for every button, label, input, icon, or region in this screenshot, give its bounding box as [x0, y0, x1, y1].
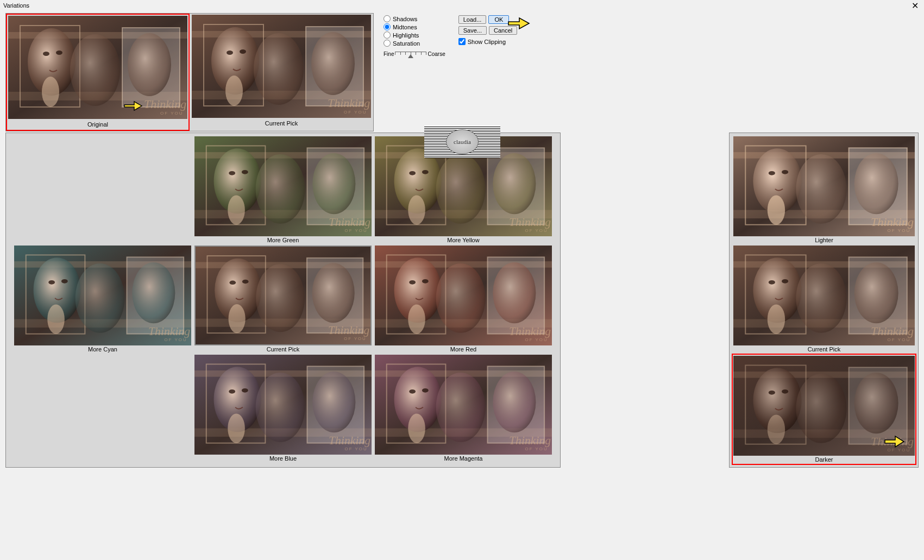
slider-handle[interactable]	[408, 54, 413, 58]
svg-point-33	[229, 171, 235, 175]
svg-point-61	[48, 280, 55, 285]
variation-more-green[interactable]: Thinking OF YOU More Green	[193, 135, 373, 244]
svg-point-104	[242, 388, 248, 393]
variation-current-pick[interactable]: Thinking OF YOU Current Pick	[193, 244, 373, 354]
tone-lighter[interactable]: Thinking OF YOU Lighter	[732, 136, 916, 244]
tone-darker[interactable]: Thinking OF YOU Darker	[732, 354, 916, 465]
original-preview[interactable]: Thinking OF YOU Original	[6, 14, 190, 131]
svg-point-8	[70, 34, 120, 106]
svg-point-63	[47, 304, 65, 334]
svg-point-118	[422, 388, 429, 393]
dialog-title: Variations	[3, 2, 29, 9]
svg-text:OF YOU: OF YOU	[887, 337, 910, 342]
svg-point-47	[409, 171, 416, 175]
radio-saturation[interactable]: Saturation	[384, 40, 445, 47]
svg-point-53	[493, 153, 536, 214]
svg-point-90	[422, 279, 429, 284]
svg-point-148	[796, 263, 846, 333]
svg-point-36	[256, 154, 305, 224]
svg-point-75	[229, 281, 236, 285]
svg-point-7	[42, 77, 59, 107]
svg-text:Thinking: Thinking	[871, 325, 914, 337]
svg-point-35	[228, 195, 245, 224]
svg-point-165	[854, 373, 898, 433]
svg-point-91	[408, 304, 425, 334]
original-label: Original	[7, 120, 188, 130]
svg-point-78	[256, 264, 305, 332]
radio-highlights[interactable]: Highlights	[384, 32, 445, 39]
svg-point-6	[56, 51, 62, 55]
variations-dialog: Variations ✕	[0, 0, 924, 560]
svg-point-22	[254, 33, 304, 105]
current-pick-preview[interactable]: Thinking OF YOU Current Pick	[190, 14, 373, 131]
svg-point-49	[408, 195, 425, 224]
svg-text:OF YOU: OF YOU	[160, 111, 184, 116]
svg-point-77	[228, 304, 245, 333]
current-pick-label: Current Pick	[190, 119, 373, 129]
svg-point-119	[408, 413, 425, 443]
variation-more-blue[interactable]: Thinking OF YOU More Blue	[193, 354, 373, 463]
svg-point-103	[229, 389, 235, 394]
show-clipping-checkbox[interactable]: Show Clipping	[458, 38, 520, 45]
svg-text:Thinking: Thinking	[329, 434, 371, 447]
brightness-column: Thinking OF YOU Lighter Thinking	[729, 133, 919, 468]
svg-point-151	[854, 262, 898, 323]
hand-pointer-icon	[122, 97, 144, 114]
svg-text:OF YOU: OF YOU	[887, 228, 910, 233]
svg-text:OF YOU: OF YOU	[344, 110, 367, 115]
svg-point-25	[311, 32, 355, 95]
fine-coarse-slider[interactable]: Fine Coarse	[384, 51, 445, 57]
svg-point-11	[128, 33, 171, 96]
hand-pointer-icon	[882, 432, 907, 450]
svg-text:Thinking: Thinking	[328, 96, 370, 110]
coarse-label: Coarse	[428, 51, 445, 57]
cancel-button[interactable]: Cancel	[489, 26, 517, 35]
svg-point-131	[769, 171, 775, 175]
titlebar: Variations ✕	[0, 0, 924, 11]
svg-point-19	[227, 51, 233, 55]
svg-point-50	[436, 154, 486, 224]
load-button[interactable]: Load...	[458, 15, 487, 24]
svg-point-162	[796, 374, 846, 443]
color-variation-grid: claudia Thinking OF Y	[5, 133, 561, 468]
svg-point-137	[854, 153, 898, 214]
close-icon[interactable]: ✕	[909, 1, 921, 11]
radio-midtones[interactable]: Midtones	[384, 23, 445, 30]
fine-label: Fine	[384, 51, 394, 57]
svg-point-120	[436, 373, 486, 442]
tone-range-radio-group: Shadows Midtones Highlights Saturation	[384, 15, 445, 47]
radio-shadows[interactable]: Shadows	[384, 15, 445, 22]
save-button[interactable]: Save...	[458, 26, 487, 35]
svg-point-64	[76, 263, 125, 333]
svg-point-105	[228, 413, 245, 443]
variation-more-red[interactable]: Thinking OF YOU More Red	[373, 244, 554, 354]
svg-point-117	[409, 389, 416, 394]
svg-point-21	[225, 75, 243, 106]
svg-point-146	[782, 279, 788, 284]
tone-current-pick[interactable]: Thinking OF YOU Current Pick	[732, 246, 916, 354]
show-clipping-label: Show Clipping	[468, 39, 506, 45]
variation-more-magenta[interactable]: Thinking OF YOU More Magenta	[373, 354, 554, 463]
svg-point-147	[768, 304, 785, 334]
svg-text:Thinking: Thinking	[144, 97, 186, 111]
svg-point-95	[493, 262, 536, 323]
svg-point-145	[769, 280, 775, 285]
svg-point-76	[242, 280, 249, 284]
watermark: claudia	[424, 125, 500, 158]
svg-text:OF YOU: OF YOU	[344, 337, 366, 342]
svg-point-20	[240, 49, 246, 54]
svg-point-92	[436, 263, 486, 333]
svg-point-67	[132, 262, 175, 323]
svg-point-161	[768, 414, 785, 444]
svg-point-109	[312, 372, 355, 432]
svg-text:Thinking: Thinking	[148, 325, 191, 338]
svg-text:OF YOU: OF YOU	[525, 337, 548, 342]
svg-text:OF YOU: OF YOU	[525, 446, 548, 451]
svg-text:Thinking: Thinking	[509, 216, 551, 229]
svg-point-123	[493, 372, 536, 432]
svg-point-62	[61, 279, 68, 284]
svg-text:Thinking: Thinking	[871, 216, 914, 228]
variation-more-cyan[interactable]: Thinking OF YOU More Cyan	[12, 244, 193, 354]
svg-text:OF YOU: OF YOU	[345, 228, 368, 233]
svg-point-81	[312, 263, 355, 323]
